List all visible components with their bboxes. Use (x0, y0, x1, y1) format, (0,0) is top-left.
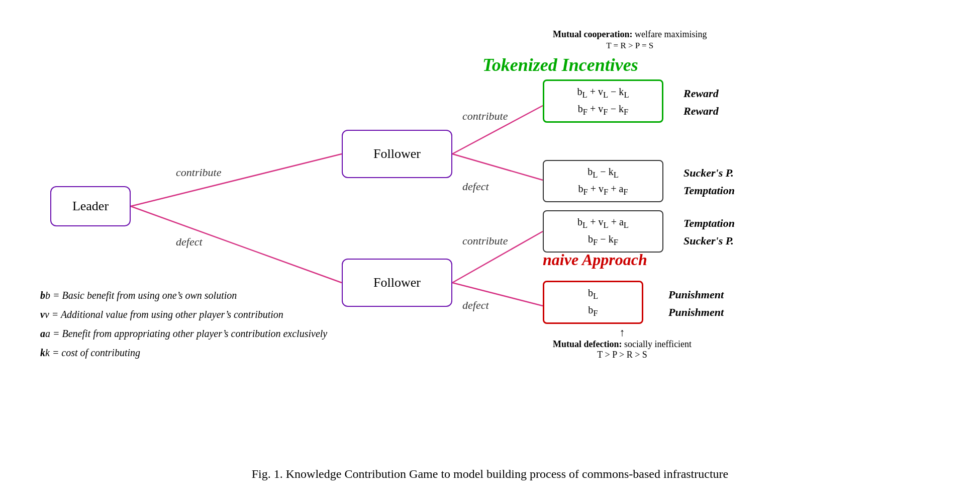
mutual-defection-formula: T > P > R > S (553, 350, 692, 360)
mutual-defection-desc: socially inefficient (624, 339, 692, 349)
tokenized-incentives-title: Tokenized Incentives (482, 54, 638, 75)
temptation-line2: bF − kF (553, 231, 653, 249)
follower-bottom-node: Follower (342, 259, 452, 307)
legend-a: aa = Benefit from appropriating other pl… (40, 324, 327, 343)
mutual-cooperation: Mutual cooperation: welfare maximising T… (553, 29, 707, 51)
punishment-line2: bF (553, 302, 633, 319)
follower-top-label: Follower (373, 146, 421, 161)
reward-label: Reward Reward (683, 85, 719, 120)
legend-k: kk = cost of contributing (40, 343, 327, 362)
mutual-cooperation-formula: T = R > P = S (553, 41, 707, 51)
follower-bottom-label: Follower (373, 275, 421, 290)
reward-outcome-box: bL + vL − kL bF + vF − kF (543, 79, 663, 123)
branch-follower-top-defect: defect (462, 180, 489, 193)
mutual-cooperation-desc: welfare maximising (635, 29, 707, 39)
svg-line-1 (131, 206, 342, 283)
branch-follower-bottom-defect: defect (462, 299, 489, 312)
reward-line1: bL + vL − kL (553, 84, 653, 101)
punishment-label: Punishment Punishment (668, 286, 724, 321)
temptation-outcome-box: bL + vL + aL bF − kF (543, 210, 663, 253)
legend-b: bb = Basic benefit from using one’s own … (40, 286, 327, 305)
sucker-outcome-box: bL − kL bF + vF + aF (543, 160, 663, 202)
mutual-defection: ↑ Mutual defection: socially inefficient… (553, 326, 692, 360)
legend: bb = Basic benefit from using one’s own … (40, 286, 327, 362)
temptation-label: Temptation Sucker's P. (683, 214, 735, 250)
branch-leader-defect: defect (176, 235, 203, 249)
punishment-outcome-box: bL bF (543, 281, 643, 324)
leader-node: Leader (50, 186, 131, 226)
temptation-line1: bL + vL + aL (553, 214, 653, 231)
branch-follower-top-contribute: contribute (462, 110, 508, 123)
naive-approach-label: naive Approach (543, 251, 647, 269)
mutual-cooperation-label: Mutual cooperation: (553, 29, 632, 39)
mutual-defection-label: Mutual defection: (553, 339, 622, 349)
figure-caption: Fig. 1. Knowledge Contribution Game to m… (0, 467, 980, 481)
svg-line-0 (131, 154, 342, 206)
sucker-line1: bL − kL (553, 164, 653, 181)
sucker-line2: bF + vF + aF (553, 181, 653, 198)
branch-follower-bottom-contribute: contribute (462, 234, 508, 247)
page: Mutual cooperation: welfare maximising T… (0, 0, 980, 496)
branch-leader-contribute: contribute (176, 166, 221, 179)
sucker-label: Sucker's P. Temptation (683, 164, 735, 199)
punishment-line1: bL (553, 285, 633, 302)
leader-label: Leader (72, 199, 109, 214)
svg-line-3 (452, 154, 543, 180)
mutual-defection-arrow: ↑ (553, 326, 692, 339)
follower-top-node: Follower (342, 130, 452, 178)
legend-v: vv = Additional value from using other p… (40, 305, 327, 324)
reward-line2: bF + vF − kF (553, 101, 653, 118)
